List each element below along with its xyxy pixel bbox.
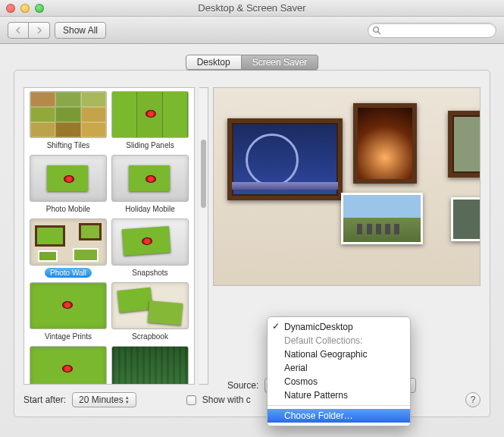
tab-screen-saver[interactable]: Screen Saver (242, 55, 319, 70)
preview-photo (451, 197, 481, 241)
ss-thumb (111, 91, 189, 138)
preference-pane: Desktop Screen Saver Shifting Tiles (0, 44, 504, 437)
source-label: Source: (227, 380, 258, 391)
back-button[interactable] (8, 22, 29, 39)
tab-desktop[interactable]: Desktop (186, 55, 242, 70)
preview-frame (227, 118, 343, 200)
show-with-clock-checkbox[interactable] (186, 395, 196, 405)
ss-item-ken-burns[interactable]: Ken Burns (27, 344, 109, 385)
ss-label: Snapshots (127, 268, 173, 278)
help-button[interactable]: ? (465, 392, 481, 407)
ss-thumb (30, 91, 107, 138)
minimize-window-button[interactable] (20, 4, 30, 13)
window-controls (6, 4, 44, 13)
close-window-button[interactable] (6, 4, 15, 13)
ss-item-classic[interactable]: Classic (109, 344, 191, 385)
menu-section-header: Default Collections: (268, 334, 410, 347)
preview-photo (341, 193, 423, 244)
menu-item-nature-patterns[interactable]: Nature Patterns (268, 388, 410, 402)
menu-separator (268, 405, 410, 406)
ss-item-snapshots[interactable]: Snapshots (109, 217, 191, 281)
search-field-wrap (368, 23, 496, 38)
ss-thumb (30, 282, 107, 329)
window-titlebar: Desktop & Screen Saver (0, 0, 504, 17)
show-all-button[interactable]: Show All (55, 22, 106, 39)
footer-row: Start after: 20 Minutes Show with c ? (23, 392, 481, 407)
preview-frame (448, 111, 481, 178)
ss-label: Scrapbook (127, 332, 174, 341)
ss-item-sliding-panels[interactable]: Sliding Panels (109, 90, 191, 153)
ss-item-vintage-prints[interactable]: Vintage Prints (27, 281, 109, 344)
screensaver-preview (213, 87, 481, 286)
ss-label: Holiday Mobile (120, 204, 180, 214)
menu-item-national-geographic[interactable]: National Geographic (268, 347, 410, 361)
nav-segment (8, 22, 50, 39)
menu-item-choose-folder[interactable]: Choose Folder… (268, 409, 410, 423)
ss-thumb (111, 155, 189, 202)
forward-button[interactable] (29, 22, 50, 39)
chevron-right-icon (36, 27, 42, 34)
ss-thumb (111, 282, 189, 329)
ss-label: Photo Mobile (41, 204, 95, 214)
ss-item-photo-wall[interactable]: Photo Wall (27, 217, 109, 281)
ss-label: Photo Wall (45, 268, 92, 278)
screensaver-list[interactable]: Shifting Tiles Sliding Panels Photo (23, 87, 195, 385)
window-title: Desktop & Screen Saver (0, 2, 504, 14)
ss-thumb (111, 346, 189, 385)
ss-item-photo-mobile[interactable]: Photo Mobile (27, 153, 109, 217)
chevron-left-icon (15, 27, 21, 34)
ss-label: Shifting Tiles (42, 140, 95, 150)
search-input[interactable] (368, 23, 496, 38)
ss-thumb (30, 346, 107, 385)
search-icon (372, 26, 381, 35)
svg-line-1 (378, 31, 380, 33)
start-after-value: 20 Minutes (79, 395, 124, 405)
menu-item-cosmos[interactable]: Cosmos (268, 375, 410, 388)
source-popup-menu: DynamicDesktop Default Collections: Nati… (267, 316, 411, 426)
ss-item-holiday-mobile[interactable]: Holiday Mobile (109, 153, 191, 217)
ss-label: Sliding Panels (121, 140, 179, 150)
show-with-clock-label: Show with c (202, 395, 251, 405)
start-after-select[interactable]: 20 Minutes (72, 392, 136, 407)
tab-segment: Desktop Screen Saver (186, 55, 319, 70)
menu-item-aerial[interactable]: Aerial (268, 361, 410, 375)
ss-thumb (30, 218, 107, 266)
stepper-icon (126, 395, 133, 405)
ss-thumb (111, 218, 189, 266)
ss-item-shifting-tiles[interactable]: Shifting Tiles (27, 90, 109, 153)
ss-label: Vintage Prints (39, 332, 97, 341)
ss-thumb (30, 155, 107, 202)
preview-frame (353, 103, 417, 184)
list-scrollbar[interactable] (199, 87, 208, 385)
svg-point-0 (374, 27, 379, 32)
menu-item-current[interactable]: DynamicDesktop (268, 320, 410, 334)
start-after-label: Start after: (23, 395, 66, 405)
toolbar: Show All (0, 17, 504, 44)
ss-item-scrapbook[interactable]: Scrapbook (109, 281, 191, 344)
group-box: Shifting Tiles Sliding Panels Photo (14, 70, 490, 417)
zoom-window-button[interactable] (35, 4, 44, 13)
